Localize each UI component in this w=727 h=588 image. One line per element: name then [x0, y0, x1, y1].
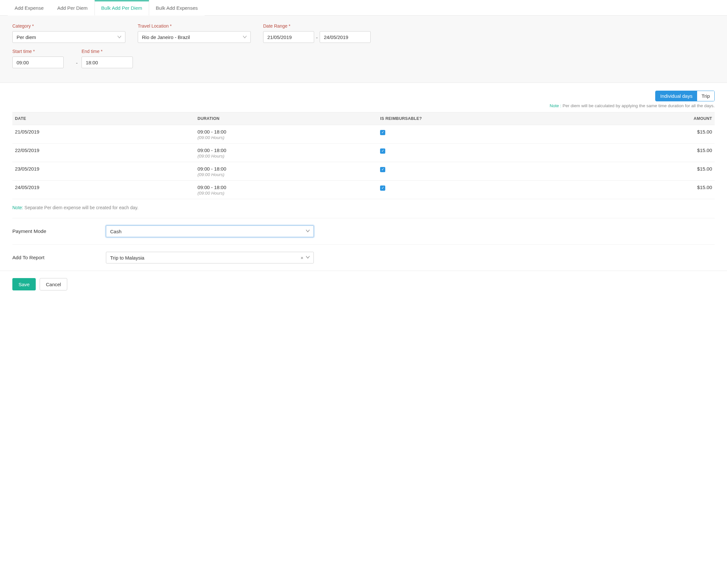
cell-amount: $15.00	[610, 125, 715, 144]
top-note: Note : Per diem will be calculated by ap…	[12, 103, 715, 108]
chevron-down-icon	[306, 229, 309, 234]
view-toggle: Individual days Trip	[655, 91, 715, 101]
tab-add-expense[interactable]: Add Expense	[8, 0, 50, 16]
endtime-label: End time *	[82, 49, 133, 54]
tab-bulk-add-expenses[interactable]: Bulk Add Expenses	[149, 0, 205, 16]
bottom-note: Note: Separate Per diem expense will be …	[12, 205, 715, 210]
cell-duration: 09:00 - 18:00 (09:00 Hours)	[195, 144, 378, 162]
cancel-button[interactable]: Cancel	[40, 278, 67, 290]
daterange-label: Date Range *	[263, 23, 371, 28]
endtime-value: 18:00	[86, 60, 98, 65]
location-label: Travel Location *	[138, 23, 251, 28]
th-reimbursable: IS REIMBURSABLE?	[378, 112, 609, 125]
per-diem-table: DATE DURATION IS REIMBURSABLE? AMOUNT 21…	[12, 112, 715, 199]
cell-amount: $15.00	[610, 144, 715, 162]
dash-separator: -	[76, 60, 78, 66]
tabs-bar: Add Expense Add Per Diem Bulk Add Per Di…	[0, 0, 727, 16]
date-to-input[interactable]: 24/05/2019	[320, 31, 371, 43]
location-select[interactable]: Rio de Janeiro - Brazil	[138, 31, 251, 43]
toggle-individual-days[interactable]: Individual days	[656, 91, 697, 101]
chevron-down-icon	[306, 255, 309, 260]
starttime-label: Start time *	[12, 49, 64, 54]
add-to-report-row: Add To Report Trip to Malaysia ×	[12, 245, 715, 271]
starttime-input[interactable]: 09:00	[12, 57, 64, 68]
th-date: DATE	[12, 112, 195, 125]
checkbox-checked-icon[interactable]: ✓	[380, 186, 385, 191]
dash-separator: -	[314, 35, 320, 43]
payment-mode-value: Cash	[110, 229, 122, 234]
payment-mode-label: Payment Mode	[12, 228, 106, 234]
table-row: 24/05/2019 09:00 - 18:00 (09:00 Hours) ✓…	[12, 181, 715, 199]
note-text: Separate Per diem expense will be create…	[23, 205, 138, 210]
th-amount: AMOUNT	[610, 112, 715, 125]
category-value: Per diem	[17, 35, 36, 40]
note-label: Note :	[550, 103, 563, 108]
table-row: 22/05/2019 09:00 - 18:00 (09:00 Hours) ✓…	[12, 144, 715, 162]
cell-date: 21/05/2019	[12, 125, 195, 144]
starttime-value: 09:00	[17, 60, 29, 65]
cell-reimbursable: ✓	[378, 162, 609, 181]
date-from-input[interactable]: 21/05/2019	[263, 31, 314, 43]
save-button[interactable]: Save	[12, 278, 36, 290]
clear-icon[interactable]: ×	[300, 255, 303, 260]
checkbox-checked-icon[interactable]: ✓	[380, 130, 385, 135]
cell-duration: 09:00 - 18:00 (09:00 Hours)	[195, 181, 378, 199]
cell-date: 22/05/2019	[12, 144, 195, 162]
payment-mode-row: Payment Mode Cash	[12, 218, 715, 244]
date-to-value: 24/05/2019	[324, 35, 348, 40]
cell-reimbursable: ✓	[378, 144, 609, 162]
table-row: 21/05/2019 09:00 - 18:00 (09:00 Hours) ✓…	[12, 125, 715, 144]
tab-bulk-add-per-diem[interactable]: Bulk Add Per Diem	[94, 0, 149, 16]
cell-amount: $15.00	[610, 181, 715, 199]
cell-reimbursable: ✓	[378, 181, 609, 199]
cell-reimbursable: ✓	[378, 125, 609, 144]
date-from-value: 21/05/2019	[268, 35, 292, 40]
th-duration: DURATION	[195, 112, 378, 125]
note-text: Per diem will be calculated by applying …	[563, 103, 715, 108]
cell-date: 24/05/2019	[12, 181, 195, 199]
payment-mode-select[interactable]: Cash	[106, 226, 314, 237]
content-area: Individual days Trip Note : Per diem wil…	[0, 83, 727, 271]
cell-amount: $15.00	[610, 162, 715, 181]
cell-duration: 09:00 - 18:00 (09:00 Hours)	[195, 162, 378, 181]
toggle-trip[interactable]: Trip	[697, 91, 714, 101]
cell-date: 23/05/2019	[12, 162, 195, 181]
note-label: Note:	[12, 205, 23, 210]
checkbox-checked-icon[interactable]: ✓	[380, 167, 385, 172]
add-to-report-value: Trip to Malaysia	[110, 255, 144, 260]
footer-actions: Save Cancel	[0, 271, 727, 298]
tab-add-per-diem[interactable]: Add Per Diem	[50, 0, 94, 16]
checkbox-checked-icon[interactable]: ✓	[380, 148, 385, 154]
chevron-down-icon	[117, 35, 121, 39]
category-label: Category *	[12, 23, 125, 28]
add-to-report-label: Add To Report	[12, 255, 106, 260]
category-select[interactable]: Per diem	[12, 31, 125, 43]
form-panel: Category * Per diem Travel Location * Ri…	[0, 16, 727, 83]
add-to-report-select[interactable]: Trip to Malaysia ×	[106, 252, 314, 264]
table-row: 23/05/2019 09:00 - 18:00 (09:00 Hours) ✓…	[12, 162, 715, 181]
cell-duration: 09:00 - 18:00 (09:00 Hours)	[195, 125, 378, 144]
endtime-input[interactable]: 18:00	[82, 57, 133, 68]
chevron-down-icon	[243, 35, 247, 39]
location-value: Rio de Janeiro - Brazil	[142, 35, 190, 40]
